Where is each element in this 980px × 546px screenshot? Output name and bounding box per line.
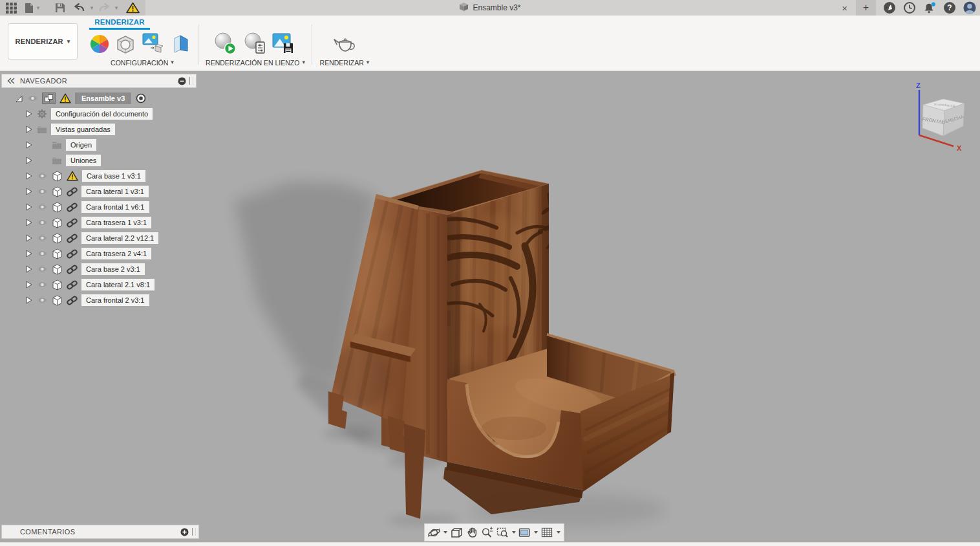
tree-item-label[interactable]: Cara trasera 1 v3:1	[81, 217, 151, 228]
save-icon[interactable]	[54, 2, 66, 14]
tree-item-label[interactable]: Cara base 1 v3:1	[82, 170, 145, 182]
orbit-icon[interactable]	[427, 525, 442, 540]
comments-panel-header[interactable]: COMENTARIOS	[1, 525, 199, 539]
visibility-eye-icon[interactable]	[37, 281, 48, 289]
document-title[interactable]: Ensamble v3*	[473, 3, 520, 12]
tree-item-label[interactable]: Origen	[66, 139, 96, 151]
app-grid-icon[interactable]	[5, 2, 17, 14]
expand-arrow-icon[interactable]	[25, 171, 33, 180]
visibility-eye-icon[interactable]	[37, 265, 48, 273]
undo-icon[interactable]	[74, 2, 85, 14]
navigator-panel-header[interactable]: NAVEGADOR	[1, 74, 197, 88]
tree-item-component[interactable]: Cara base 2 v3:1	[25, 263, 145, 276]
expand-arrow-icon[interactable]	[25, 125, 33, 134]
caret-down-icon[interactable]: ▾	[113, 2, 120, 14]
tab-renderizar[interactable]: RENDERIZAR	[89, 18, 150, 26]
expand-arrow-icon[interactable]	[25, 156, 33, 165]
visibility-eye-icon[interactable]	[37, 203, 48, 211]
window-zoom-caret-icon[interactable]	[511, 525, 517, 540]
in-canvas-render-icon[interactable]	[213, 32, 238, 58]
display-settings-caret-icon[interactable]	[533, 525, 539, 540]
display-settings-icon[interactable]	[518, 525, 532, 540]
expand-arrow-icon[interactable]	[25, 218, 33, 227]
visibility-eye-icon[interactable]	[37, 188, 48, 195]
tree-item-label[interactable]: Cara trasera 2 v4:1	[81, 248, 151, 259]
visibility-eye-icon[interactable]	[37, 234, 48, 242]
tree-root-row[interactable]: Ensamble v3	[14, 92, 147, 105]
group-label-renderizacion-en-lienzo[interactable]: RENDERIZACIÓN EN LIENZO ▾	[207, 58, 304, 67]
file-icon[interactable]	[23, 2, 35, 14]
visibility-eye-icon[interactable]	[37, 219, 48, 226]
activate-radio-icon[interactable]	[135, 93, 147, 104]
tree-item-label[interactable]: Cara lateral 1 v3:1	[81, 186, 149, 197]
viewcube[interactable]: Z X SUPERIOR FRONTAL DERECHA	[902, 81, 979, 152]
group-label-renderizar[interactable]: RENDERIZAR ▾	[319, 58, 370, 67]
close-tab-icon[interactable]: ×	[842, 3, 847, 13]
grid-settings-caret-icon[interactable]	[555, 525, 561, 540]
orbit-caret-icon[interactable]	[443, 525, 449, 540]
visibility-eye-icon[interactable]	[37, 296, 48, 304]
tree-item-saved-views[interactable]: Vistas guardadas	[25, 123, 115, 136]
profile-avatar[interactable]	[963, 1, 976, 14]
expand-arrow-icon[interactable]	[25, 234, 33, 243]
decal-icon[interactable]	[142, 32, 164, 57]
expand-arrow-icon[interactable]	[25, 140, 33, 149]
expand-circle-icon[interactable]	[180, 528, 189, 536]
expand-arrow-icon[interactable]	[25, 280, 33, 289]
capture-image-icon[interactable]	[272, 32, 296, 58]
unsaved-warning-icon[interactable]	[125, 2, 140, 14]
zoom-icon[interactable]	[480, 525, 495, 540]
tree-item-label[interactable]: Configuración del documento	[51, 108, 153, 120]
group-label-configuracion[interactable]: CONFIGURACIÓN ▾	[103, 58, 181, 67]
tree-item-component[interactable]: Cara lateral 1 v3:1	[25, 185, 149, 198]
grid-settings-icon[interactable]	[540, 525, 555, 540]
expand-arrow-icon[interactable]	[25, 187, 33, 196]
expand-arrow-icon[interactable]	[25, 265, 33, 274]
texture-map-icon[interactable]	[171, 34, 191, 57]
look-at-icon[interactable]	[450, 525, 464, 540]
visibility-off-eye-icon[interactable]	[37, 157, 48, 164]
tree-item-component[interactable]: Cara frontal 1 v6:1	[25, 201, 149, 213]
caret-down-icon[interactable]: ▾	[89, 2, 95, 14]
expand-arrow-icon[interactable]	[25, 296, 33, 305]
expanded-arrow-icon[interactable]	[14, 94, 23, 103]
panel-drag-grip[interactable]	[189, 77, 193, 85]
job-status-clock-icon[interactable]	[903, 1, 916, 14]
tree-item-label[interactable]: Vistas guardadas	[51, 124, 115, 135]
tree-item-joints[interactable]: Uniones	[25, 154, 101, 167]
panel-drag-grip[interactable]	[192, 528, 196, 536]
tree-item-component[interactable]: Cara lateral 2.1 v8:1	[25, 278, 154, 291]
expand-arrow-icon[interactable]	[25, 249, 33, 258]
tree-root-label[interactable]: Ensamble v3	[75, 93, 131, 104]
help-icon[interactable]: ?	[943, 1, 956, 14]
new-tab-button[interactable]: +	[856, 0, 876, 16]
window-zoom-icon[interactable]	[495, 525, 509, 540]
visibility-eye-icon[interactable]	[27, 94, 38, 102]
caret-down-icon[interactable]: ▾	[35, 2, 41, 14]
tree-item-component[interactable]: Cara frontal 2 v3:1	[25, 294, 149, 307]
tree-item-label[interactable]: Cara lateral 2.1 v8:1	[81, 279, 154, 290]
tree-item-origin[interactable]: Origen	[25, 138, 96, 151]
tree-item-label[interactable]: Cara frontal 2 v3:1	[81, 294, 149, 306]
tree-item-label[interactable]: Cara lateral 2.2 v12:1	[81, 232, 158, 244]
scene-settings-icon[interactable]	[114, 34, 136, 57]
appearance-wheel-icon[interactable]	[89, 34, 110, 57]
extensions-icon[interactable]	[883, 1, 896, 14]
collapse-circle-icon[interactable]	[178, 77, 186, 85]
tree-item-document-settings[interactable]: Configuración del documento	[25, 107, 153, 120]
tree-item-label[interactable]: Cara frontal 1 v6:1	[81, 201, 149, 213]
visibility-eye-icon[interactable]	[37, 172, 48, 180]
pan-icon[interactable]	[465, 525, 479, 540]
workspace-selector-button[interactable]: RENDERIZAR ▾	[8, 23, 78, 60]
visibility-eye-icon[interactable]	[37, 250, 48, 257]
expand-arrow-icon[interactable]	[25, 109, 33, 118]
tree-item-component[interactable]: Cara trasera 1 v3:1	[25, 216, 151, 229]
in-canvas-render-settings-icon[interactable]	[243, 32, 268, 58]
tree-item-component[interactable]: Cara lateral 2.2 v12:1	[25, 232, 158, 245]
tree-item-label[interactable]: Cara base 2 v3:1	[81, 263, 145, 275]
notifications-bell-icon[interactable]	[923, 1, 936, 14]
tree-item-component[interactable]: Cara trasera 2 v4:1	[25, 247, 151, 260]
render-teapot-icon[interactable]	[330, 34, 357, 57]
collapse-panel-icon[interactable]	[7, 78, 15, 84]
visibility-off-eye-icon[interactable]	[37, 141, 48, 149]
